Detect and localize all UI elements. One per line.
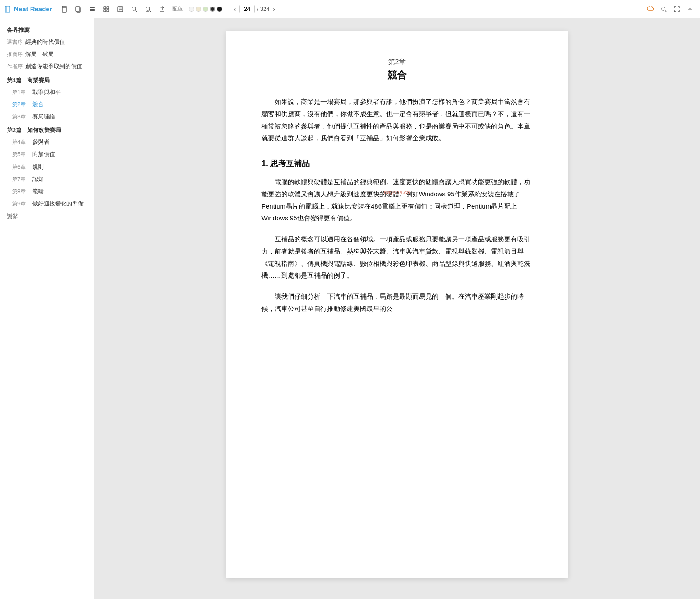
- svg-point-17: [132, 7, 136, 10]
- upload-icon: [159, 6, 166, 13]
- sidebar-item-ch1-num: 第1章: [12, 89, 30, 96]
- sidebar-item-ch2[interactable]: 第2章 競合: [0, 98, 94, 111]
- search-right-icon: [660, 6, 667, 13]
- svg-rect-5: [76, 7, 80, 11]
- bookmark-icon: [61, 6, 68, 13]
- sidebar-item-ch7-num: 第7章: [12, 176, 30, 183]
- sidebar-item-preface2-title: 解局、破局: [25, 50, 89, 58]
- toolbar: Neat Reader: [0, 0, 700, 18]
- search-large-icon: [145, 6, 152, 13]
- book-paragraph-3: 互補品的概念可以適用在各個領域。一項產品或服務只要能讓另一項產品或服務更有吸引力…: [261, 233, 533, 282]
- copy-icon-btn[interactable]: [73, 5, 84, 14]
- color-dot-dark[interactable]: [210, 7, 215, 12]
- grid-icon-btn[interactable]: [101, 5, 112, 14]
- page-number-input[interactable]: [239, 5, 255, 13]
- sidebar-part1-header: 第1篇 商業賽局: [0, 73, 94, 86]
- sidebar-item-ch9[interactable]: 第9章 做好迎接變化的準備: [0, 198, 94, 210]
- copy-icon: [75, 6, 82, 13]
- book-page: 第2章 競合 如果說，商業是一場賽局，那參與者有誰，他們扮演了怎樣的角色？商業賽…: [226, 31, 568, 578]
- sidebar-item-ch9-num: 第9章: [12, 200, 30, 208]
- svg-rect-2: [62, 6, 66, 12]
- collapse-icon-btn[interactable]: [684, 5, 696, 14]
- upload-icon-btn[interactable]: [157, 5, 168, 14]
- sidebar-item-ch2-num: 第2章: [12, 101, 30, 108]
- brand-label: Neat Reader: [14, 5, 52, 13]
- color-dot-white[interactable]: [189, 7, 194, 12]
- sidebar-item-ch3[interactable]: 第3章 賽局理論: [0, 111, 94, 123]
- sidebar-item-ch7[interactable]: 第7章 認知: [0, 173, 94, 185]
- next-page-btn[interactable]: ›: [272, 5, 277, 14]
- sidebar-item-ch8-title: 範疇: [32, 188, 89, 195]
- sidebar-item-preface3[interactable]: 作者序 創造你能爭取到的價值: [0, 60, 94, 73]
- sidebar-footer-acknowledgement[interactable]: 謝辭: [0, 210, 94, 223]
- book-paragraph-2: 電腦的軟體與硬體是互補品的經典範例。速度更快的硬體會讓人想買功能更強的軟體，功能…: [261, 176, 533, 224]
- svg-rect-6: [90, 7, 95, 8]
- cloud-icon: [647, 6, 654, 13]
- sidebar-item-preface3-num: 作者序: [7, 63, 23, 70]
- sidebar-item-ch1-title: 戰爭與和平: [32, 88, 89, 96]
- svg-rect-8: [90, 10, 95, 11]
- color-label: 配色: [172, 5, 183, 13]
- sidebar-item-ch7-title: 認知: [32, 175, 89, 183]
- svg-line-25: [665, 10, 666, 12]
- sidebar-top-section: 各界推薦: [0, 24, 94, 36]
- menu-icon-btn[interactable]: [87, 5, 98, 14]
- sidebar-item-ch6[interactable]: 第6章 規則: [0, 161, 94, 173]
- section1-heading: 1. 思考互補品: [261, 158, 533, 169]
- sidebar-item-ch4[interactable]: 第4章 參與者: [0, 136, 94, 148]
- cloud-icon-btn[interactable]: [645, 5, 656, 14]
- sidebar-item-ch8[interactable]: 第8章 範疇: [0, 185, 94, 198]
- svg-rect-0: [5, 6, 10, 12]
- sidebar-item-ch5-num: 第5章: [12, 151, 30, 158]
- svg-line-20: [149, 10, 151, 12]
- sidebar-item-ch6-num: 第6章: [12, 164, 30, 171]
- search-small-icon-btn[interactable]: [129, 5, 140, 14]
- svg-rect-7: [90, 9, 95, 9]
- sidebar-item-ch5-title: 附加價值: [32, 150, 89, 158]
- sidebar-item-ch5[interactable]: 第5章 附加價值: [0, 148, 94, 160]
- svg-point-19: [146, 7, 150, 10]
- main-area: 各界推薦 選書序 經典的時代價值 推薦序 解局、破局 作者序 創造你能爭取到的價…: [0, 18, 700, 599]
- page-total: 324: [260, 6, 270, 12]
- fullscreen-icon-btn[interactable]: [671, 5, 683, 14]
- note-icon-btn[interactable]: [115, 5, 126, 14]
- color-dot-black[interactable]: [217, 7, 222, 12]
- search-large-icon-btn[interactable]: [143, 5, 154, 14]
- chapter-heading-num: 第2章: [261, 58, 533, 67]
- sidebar-item-preface1-num: 選書序: [7, 38, 23, 46]
- book-paragraph-1: 如果說，商業是一場賽局，那參與者有誰，他們扮演了怎樣的角色？商業賽局中當然會有顧…: [261, 96, 533, 144]
- sidebar: 各界推薦 選書序 經典的時代價值 推薦序 解局、破局 作者序 創造你能爭取到的價…: [0, 18, 94, 599]
- color-dots-container: [189, 7, 222, 12]
- book-icon: [4, 6, 11, 13]
- prev-page-btn[interactable]: ‹: [232, 5, 238, 14]
- chapter-heading-title: 競合: [261, 69, 533, 82]
- sidebar-item-ch9-title: 做好迎接變化的準備: [32, 200, 89, 208]
- page-separator: /: [257, 6, 258, 12]
- color-dot-cream[interactable]: [196, 7, 201, 12]
- sidebar-item-ch6-title: 規則: [32, 163, 89, 171]
- search-right-icon-btn[interactable]: [658, 5, 669, 14]
- sidebar-item-ch2-title: 競合: [32, 101, 89, 108]
- menu-icon: [89, 6, 96, 13]
- svg-point-24: [662, 7, 665, 10]
- grid-icon: [103, 6, 110, 13]
- toolbar-divider-1: [228, 5, 228, 14]
- book-paragraph-4: 讓我們仔細分析一下汽車的互補品，馬路是最顯而易見的一個。在汽車產業剛起步的時候，…: [261, 290, 533, 315]
- sidebar-item-ch3-title: 賽局理論: [32, 113, 89, 121]
- app-brand: Neat Reader: [4, 5, 52, 13]
- right-icons: [645, 5, 696, 14]
- sidebar-item-preface1[interactable]: 選書序 經典的時代價值: [0, 36, 94, 48]
- note-icon: [117, 6, 124, 13]
- svg-rect-9: [104, 7, 106, 9]
- sidebar-item-preface2[interactable]: 推薦序 解局、破局: [0, 48, 94, 60]
- sidebar-item-ch1[interactable]: 第1章 戰爭與和平: [0, 86, 94, 98]
- collapse-icon: [686, 6, 693, 13]
- content-area[interactable]: 第2章 競合 如果說，商業是一場賽局，那參與者有誰，他們扮演了怎樣的角色？商業賽…: [94, 18, 700, 599]
- color-dot-green[interactable]: [203, 7, 208, 12]
- fullscreen-icon: [673, 6, 680, 13]
- watermark-container: 電腦的軟體與硬體是互補品的經典範例。速度更快的硬體會讓人想買功能更強的軟體，功能…: [261, 176, 533, 224]
- page-nav: ‹ / 324 ›: [232, 5, 277, 14]
- bookmark-icon-btn[interactable]: [59, 5, 70, 14]
- svg-rect-10: [107, 7, 109, 9]
- sidebar-item-preface2-num: 推薦序: [7, 51, 23, 58]
